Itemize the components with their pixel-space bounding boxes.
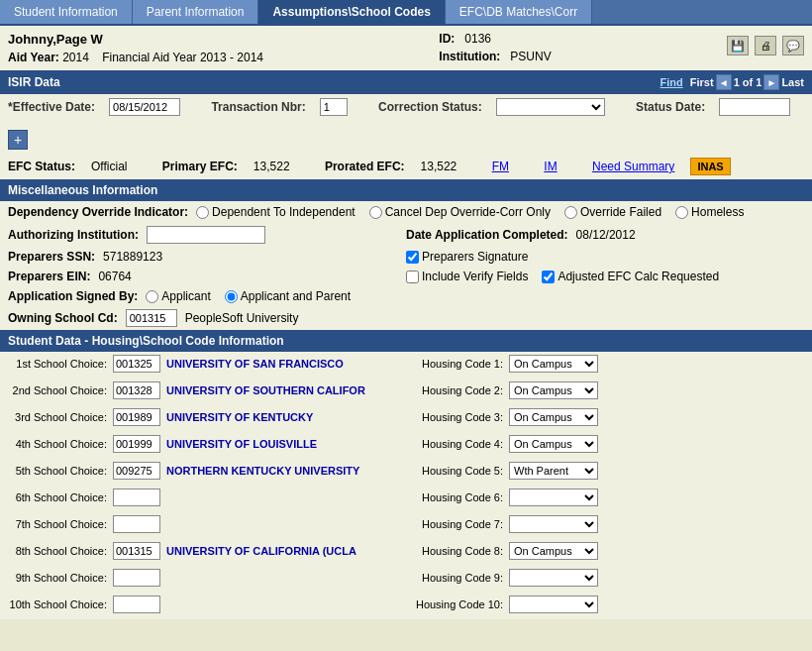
- school-3-name: UNIVERSITY OF KENTUCKY: [166, 411, 364, 423]
- housing-8-row: Housing Code 8: On CampusWth ParentOff C…: [406, 539, 812, 563]
- override-failed-option[interactable]: Override Failed: [564, 205, 661, 219]
- owning-school-code-input[interactable]: [126, 309, 177, 327]
- housing-10-label: Housing Code 10:: [414, 598, 503, 610]
- applicant-radio[interactable]: Applicant: [146, 289, 210, 303]
- housing-6-select[interactable]: On CampusWth ParentOff Campus: [509, 488, 598, 506]
- tab-bar: Student Information Parent Information A…: [0, 0, 812, 26]
- effective-date-input[interactable]: [109, 98, 180, 116]
- correction-status-select[interactable]: [496, 98, 605, 116]
- add-button[interactable]: +: [8, 130, 28, 150]
- preparers-signature-label: Preparers Signature: [422, 250, 528, 264]
- aid-year-row: Aid Year: 2014 Financial Aid Year 2013 -…: [8, 51, 263, 64]
- applicant-parent-radio[interactable]: Applicant and Parent: [225, 289, 351, 303]
- housing-10-select[interactable]: On CampusWth ParentOff Campus: [509, 596, 598, 613]
- dep-to-ind-option[interactable]: Dependent To Independent: [196, 205, 355, 219]
- aid-year-label: Aid Year:: [8, 51, 59, 64]
- school-7-code[interactable]: [113, 515, 160, 533]
- status-date-input[interactable]: [719, 98, 790, 116]
- preparers-ein-value: 06764: [98, 270, 131, 283]
- efc-status-value: Official: [91, 160, 127, 173]
- prev-arrow[interactable]: ◄: [716, 74, 732, 90]
- fm-link[interactable]: FM: [492, 160, 509, 173]
- housing-8-select[interactable]: On CampusWth ParentOff Campus: [509, 542, 598, 560]
- im-link[interactable]: IM: [544, 160, 557, 173]
- school-10-label: 10th School Choice:: [8, 598, 107, 610]
- id-label: ID:: [439, 32, 455, 46]
- tab-parent-info[interactable]: Parent Information: [133, 0, 259, 24]
- authorizing-institution-input[interactable]: [147, 226, 265, 244]
- dependency-override-label: Dependency Override Indicator:: [8, 205, 188, 219]
- housing-5-select[interactable]: On CampusWth ParentOff Campus: [509, 462, 598, 480]
- app-signed-row: Application Signed By: Applicant Applica…: [0, 286, 812, 306]
- preparers-ein-label: Preparers EIN:: [8, 270, 90, 283]
- transaction-nbr-input[interactable]: [320, 98, 348, 116]
- correction-status-label: Correction Status:: [378, 100, 482, 114]
- include-verify-option[interactable]: Include Verify Fields: [406, 270, 528, 283]
- housing-2-row: Housing Code 2: On CampusWth ParentOff C…: [406, 379, 812, 402]
- financial-aid-year: Financial Aid Year 2013 - 2014: [102, 51, 263, 64]
- housing-9-row: Housing Code 9: On CampusWth ParentOff C…: [406, 566, 812, 590]
- housing-3-row: Housing Code 3: On CampusWth ParentOff C…: [406, 405, 812, 429]
- school-9-code[interactable]: [113, 569, 160, 587]
- housing-4-select[interactable]: On CampusWth ParentOff Campus: [509, 435, 598, 453]
- homeless-label: Homeless: [691, 205, 744, 219]
- school-1-code[interactable]: [113, 355, 160, 373]
- inas-button[interactable]: INAS: [690, 158, 730, 175]
- find-link[interactable]: Find: [660, 76, 683, 88]
- school-4-name: UNIVERSITY OF LOUISVILLE: [166, 438, 364, 450]
- school-choice-2: 2nd School Choice: UNIVERSITY OF SOUTHER…: [0, 379, 406, 402]
- adjusted-efc-option[interactable]: Adjusted EFC Calc Requested: [542, 270, 719, 283]
- homeless-option[interactable]: Homeless: [675, 205, 744, 219]
- primary-efc-label: Primary EFC:: [162, 160, 238, 173]
- owning-school-label: Owning School Cd:: [8, 311, 118, 325]
- nav-controls: Find First ◄ 1 of 1 ► Last: [660, 74, 804, 90]
- school-4-code[interactable]: [113, 435, 160, 453]
- owning-school-row: Owning School Cd: PeopleSoft University: [0, 306, 812, 330]
- school-8-label: 8th School Choice:: [8, 545, 107, 557]
- cancel-dep-option[interactable]: Cancel Dep Override-Corr Only: [369, 205, 551, 219]
- next-arrow[interactable]: ►: [763, 74, 779, 90]
- status-date-label: Status Date:: [636, 100, 705, 114]
- print-icon-btn[interactable]: 🖨: [755, 36, 776, 55]
- dep-to-ind-label: Dependent To Independent: [212, 205, 355, 219]
- dependency-override-radios: Dependent To Independent Cancel Dep Over…: [196, 205, 744, 219]
- school-10-code[interactable]: [113, 596, 160, 613]
- school-choices-grid: 1st School Choice: UNIVERSITY OF SAN FRA…: [0, 352, 812, 619]
- need-summary-link[interactable]: Need Summary: [592, 160, 674, 173]
- preparers-ein-row: Preparers EIN: 06764 Include Verify Fiel…: [0, 267, 812, 286]
- school-9-label: 9th School Choice:: [8, 572, 107, 584]
- isir-title: ISIR Data: [8, 75, 60, 89]
- save-icon-btn[interactable]: 💾: [727, 36, 749, 55]
- housing-1-row: Housing Code 1: On CampusWth ParentOff C…: [406, 352, 812, 376]
- applicant-label: Applicant: [161, 289, 210, 303]
- tab-assumptions[interactable]: Assumptions\School Codes: [258, 0, 445, 24]
- school-5-code[interactable]: [113, 462, 160, 480]
- date-app-completed-value: 08/12/2012: [576, 228, 636, 242]
- housing-7-select[interactable]: On CampusWth ParentOff Campus: [509, 515, 598, 533]
- school-5-name: NORTHERN KENTUCKY UNIVERSITY: [166, 465, 364, 477]
- housing-9-select[interactable]: On CampusWth ParentOff Campus: [509, 569, 598, 587]
- housing-2-select[interactable]: On CampusWth ParentOff Campus: [509, 381, 598, 399]
- housing-9-label: Housing Code 9:: [414, 572, 503, 584]
- school-2-code[interactable]: [113, 381, 160, 399]
- housing-3-label: Housing Code 3:: [414, 411, 503, 423]
- student-name: Johnny,Page W: [8, 32, 263, 47]
- page-of: 1 of 1: [734, 76, 762, 88]
- cancel-dep-label: Cancel Dep Override-Corr Only: [385, 205, 551, 219]
- housing-1-select[interactable]: On CampusWth ParentOff Campus: [509, 355, 598, 373]
- school-6-code[interactable]: [113, 488, 160, 506]
- student-data-header: Student Data - Housing\School Code Infor…: [0, 330, 812, 352]
- tab-efc-db[interactable]: EFC\DB Matches\Corr: [446, 0, 592, 24]
- help-icon-btn[interactable]: 💬: [782, 36, 804, 55]
- student-data-title: Student Data - Housing\School Code Infor…: [8, 334, 284, 348]
- school-3-code[interactable]: [113, 408, 160, 426]
- school-choice-7: 7th School Choice:: [0, 512, 406, 536]
- housing-10-row: Housing Code 10: On CampusWth ParentOff …: [406, 593, 812, 616]
- preparers-signature-option[interactable]: Preparers Signature: [406, 250, 528, 264]
- school-8-code[interactable]: [113, 542, 160, 560]
- effective-date-label: *Effective Date:: [8, 100, 95, 114]
- authorizing-institution-label: Authorizing Institution:: [8, 228, 139, 242]
- housing-3-select[interactable]: On CampusWth ParentOff Campus: [509, 408, 598, 426]
- tab-student-info[interactable]: Student Information: [0, 0, 133, 24]
- school-6-label: 6th School Choice:: [8, 491, 107, 503]
